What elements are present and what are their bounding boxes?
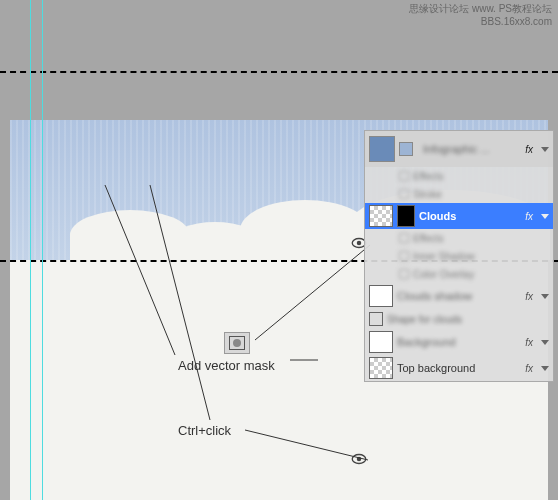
vector-mask-icon — [229, 336, 245, 350]
effect-toggle[interactable] — [399, 189, 409, 199]
fx-indicator[interactable]: fx — [525, 337, 533, 348]
svg-point-3 — [357, 457, 362, 462]
layer-thumbnail[interactable] — [369, 331, 393, 353]
stroke-label: Stroke — [413, 189, 442, 200]
color-swatch-small[interactable] — [399, 142, 413, 156]
inner-shadow-label: Inner Shadow — [413, 251, 475, 262]
chevron-down-icon[interactable] — [541, 294, 549, 299]
layer-thumbnail[interactable] — [369, 285, 393, 307]
vector-mask-thumbnail[interactable] — [397, 205, 415, 227]
vertical-guide-2[interactable] — [42, 0, 43, 500]
visibility-eye-icon[interactable] — [350, 450, 368, 468]
fx-indicator[interactable]: fx — [525, 211, 533, 222]
watermark-line1: 思缘设计论坛 www. PS教程论坛 — [409, 2, 552, 16]
stroke-row[interactable]: Stroke — [365, 185, 553, 203]
color-overlay-row[interactable]: Color Overlay — [365, 265, 553, 283]
layer-label: Clouds shadow — [397, 290, 472, 302]
chevron-down-icon[interactable] — [541, 147, 549, 152]
effect-toggle[interactable] — [399, 269, 409, 279]
effects-row[interactable]: Effects — [365, 167, 553, 185]
horizontal-guide-1[interactable] — [0, 71, 558, 73]
annotation-add-vector-mask: Add vector mask — [178, 358, 275, 373]
layer-shape-for-clouds[interactable]: Shape for clouds — [365, 309, 553, 329]
effect-toggle[interactable] — [399, 171, 409, 181]
layers-panel[interactable]: Infographic ... fx Effects Stroke Clouds… — [364, 130, 554, 382]
effects-label: Effects — [413, 233, 443, 244]
group-name: Infographic ... — [423, 143, 490, 155]
color-swatch[interactable] — [369, 136, 395, 162]
layer-label-top-bg: Top background — [397, 362, 475, 374]
layer-label-clouds: Clouds — [419, 210, 456, 222]
layer-thumbnail[interactable] — [369, 312, 383, 326]
watermark-line2: BBS.16xx8.com — [409, 16, 552, 27]
layer-thumbnail[interactable] — [369, 357, 393, 379]
layer-top-background[interactable]: Top background fx — [365, 355, 553, 381]
effect-toggle[interactable] — [399, 233, 409, 243]
fx-indicator[interactable]: fx — [525, 291, 533, 302]
annotation-ctrl-click: Ctrl+click — [178, 423, 231, 438]
effects-row[interactable]: Effects — [365, 229, 553, 247]
svg-point-1 — [357, 241, 362, 246]
layer-label: Shape for clouds — [387, 314, 462, 325]
inner-shadow-row[interactable]: Inner Shadow — [365, 247, 553, 265]
layer-label: Background — [397, 336, 456, 348]
watermark: 思缘设计论坛 www. PS教程论坛 BBS.16xx8.com — [409, 2, 552, 27]
add-vector-mask-button[interactable] — [224, 332, 250, 354]
layer-clouds-shadow[interactable]: Clouds shadow fx — [365, 283, 553, 309]
chevron-down-icon[interactable] — [541, 340, 549, 345]
effects-label: Effects — [413, 171, 443, 182]
layer-background[interactable]: Background fx — [365, 329, 553, 355]
svg-point-5 — [233, 339, 241, 347]
vertical-guide-1[interactable] — [30, 0, 31, 500]
color-overlay-label: Color Overlay — [413, 269, 474, 280]
layer-thumbnail[interactable] — [369, 205, 393, 227]
chevron-down-icon[interactable] — [541, 214, 549, 219]
fx-indicator[interactable]: fx — [525, 144, 533, 155]
effect-toggle[interactable] — [399, 251, 409, 261]
chevron-down-icon[interactable] — [541, 366, 549, 371]
fx-indicator[interactable]: fx — [525, 363, 533, 374]
layer-clouds[interactable]: Clouds fx — [365, 203, 553, 229]
panel-header: Infographic ... fx — [365, 131, 553, 167]
